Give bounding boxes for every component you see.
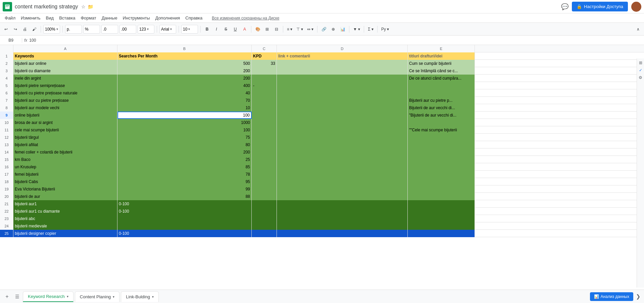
cell-c21[interactable] — [252, 200, 277, 208]
cell-a14[interactable]: femei colier + colantă de bijuterii — [13, 148, 117, 156]
analyze-data-button[interactable]: 📊 Анализ данных — [590, 292, 633, 301]
cell-c10[interactable] — [252, 119, 277, 126]
cell-c18[interactable] — [252, 178, 277, 185]
cell-c9[interactable] — [252, 112, 277, 119]
cell-d25[interactable] — [277, 230, 408, 237]
cell-e22[interactable] — [408, 208, 475, 215]
cell-a18[interactable]: bijuterii Cabs — [13, 178, 117, 185]
font-select[interactable]: Arial ▾ — [159, 25, 176, 34]
cell-a3[interactable]: bijuterii cu diamante — [13, 67, 117, 75]
cell-e1[interactable]: titluri drafturi/idei — [408, 52, 475, 60]
cell-d24[interactable] — [277, 222, 408, 230]
cell-e4[interactable]: De ce atunci când cumpăra... — [408, 75, 475, 82]
cell-b14[interactable]: 200 — [117, 148, 252, 156]
cell-a20[interactable]: bijuterii de aur — [13, 193, 117, 200]
cell-d23[interactable] — [277, 215, 408, 222]
cell-d8[interactable] — [277, 104, 408, 112]
cell-reference[interactable]: B9 — [2, 38, 22, 43]
cell-b16[interactable]: 85 — [117, 163, 252, 171]
cell-c20[interactable] — [252, 193, 277, 200]
cell-b1[interactable]: Searches Per Month — [117, 52, 252, 60]
link-button[interactable]: 🔗 — [320, 25, 328, 34]
col-header-e[interactable]: E — [408, 45, 475, 52]
cell-d17[interactable] — [277, 171, 408, 178]
cell-d11[interactable] — [277, 126, 408, 134]
underline-button[interactable]: U — [231, 25, 239, 34]
chart-button[interactable]: 📊 — [339, 25, 347, 34]
cell-c25[interactable] — [252, 230, 277, 237]
cell-b15[interactable]: 25 — [117, 156, 252, 163]
fill-color-button[interactable]: 🎨 — [254, 25, 262, 34]
cell-e3[interactable]: Ce se întâmplă când se c... — [408, 67, 475, 75]
cell-d15[interactable] — [277, 156, 408, 163]
cell-c11[interactable] — [252, 126, 277, 134]
cell-b10[interactable]: 1000 — [117, 119, 252, 126]
cell-b6[interactable]: 40 — [117, 89, 252, 97]
cell-b24[interactable] — [117, 222, 252, 230]
tab-content-planing[interactable]: Content Planing ▾ — [75, 291, 120, 302]
cell-c6[interactable] — [252, 89, 277, 97]
cell-b22[interactable]: 0-100 — [117, 208, 252, 215]
cell-b17[interactable]: 78 — [117, 171, 252, 178]
cell-e12[interactable] — [408, 134, 475, 141]
cell-c1[interactable]: KPD — [252, 52, 277, 60]
text-color-button[interactable]: A — [241, 25, 249, 34]
cell-a16[interactable]: un Krusulep — [13, 163, 117, 171]
formula-input[interactable] — [29, 38, 642, 43]
cell-b11[interactable]: 100 — [117, 126, 252, 134]
cell-d5[interactable] — [277, 82, 408, 89]
cell-e24[interactable] — [408, 222, 475, 230]
align-h-button[interactable]: ≡ ▾ — [286, 25, 294, 34]
cell-d10[interactable] — [277, 119, 408, 126]
cell-c3[interactable] — [252, 67, 277, 75]
tab-keyword-research-dropdown[interactable]: ▾ — [67, 295, 68, 298]
cell-a7[interactable]: bijuterii aur cu pietre prețioase — [13, 97, 117, 104]
cell-c7[interactable] — [252, 97, 277, 104]
cell-d1[interactable]: link + comentarii — [277, 52, 408, 60]
sheet-menu-button[interactable]: ☰ — [13, 292, 21, 301]
comment-icon[interactable]: 💬 — [561, 3, 568, 10]
tab-keyword-research[interactable]: Keyword Research ▾ — [23, 291, 73, 302]
tab-link-bulding[interactable]: Link-Bulding ▾ — [121, 291, 159, 302]
cell-e21[interactable] — [408, 200, 475, 208]
cell-b3[interactable]: 200 — [117, 67, 252, 75]
cell-a1[interactable]: Keywords — [13, 52, 117, 60]
cell-a17[interactable]: femei bijuterii — [13, 171, 117, 178]
menu-edit[interactable]: Изменить — [18, 13, 43, 23]
cell-d6[interactable] — [277, 89, 408, 97]
col-header-b[interactable]: B — [117, 45, 252, 52]
cell-c23[interactable] — [252, 215, 277, 222]
tab-link-bulding-dropdown[interactable]: ▾ — [152, 295, 154, 299]
cell-d14[interactable] — [277, 148, 408, 156]
cell-c22[interactable] — [252, 208, 277, 215]
borders-button[interactable]: ⊞ — [263, 25, 271, 34]
cell-d22[interactable] — [277, 208, 408, 215]
cell-a13[interactable]: bijuterii afiliat — [13, 141, 117, 148]
cell-a25[interactable]: bijuterii designer copier — [13, 230, 117, 237]
cell-e10[interactable] — [408, 119, 475, 126]
cell-c17[interactable] — [252, 171, 277, 178]
sum-button[interactable]: Σ ▾ — [366, 25, 375, 34]
cell-b4[interactable]: 200 — [117, 75, 252, 82]
cell-b21[interactable]: 0-100 — [117, 200, 252, 208]
cell-c16[interactable] — [252, 163, 277, 171]
cell-a2[interactable]: bijuterii aur online — [13, 60, 117, 67]
cell-e17[interactable] — [408, 171, 475, 178]
tab-content-planing-dropdown[interactable]: ▾ — [113, 295, 114, 299]
menu-data[interactable]: Данные — [99, 13, 120, 23]
cell-c24[interactable] — [252, 222, 277, 230]
menu-addons[interactable]: Дополнения — [153, 13, 183, 23]
cell-d16[interactable] — [277, 163, 408, 171]
cell-a12[interactable]: bijuterii târgul — [13, 134, 117, 141]
format-type-select[interactable]: р. — [65, 25, 82, 34]
cell-a6[interactable]: bijuterii cu pietre prețioase naturale — [13, 89, 117, 97]
cell-c2[interactable]: 33 — [252, 60, 277, 67]
cell-b2[interactable]: 500 — [117, 60, 252, 67]
menu-view[interactable]: Вид — [43, 13, 57, 23]
decimal1-select[interactable]: .0 — [101, 25, 118, 34]
insert-comment-button[interactable]: ⊕ — [329, 25, 337, 34]
cell-d13[interactable] — [277, 141, 408, 148]
cell-d19[interactable] — [277, 185, 408, 193]
cell-e7[interactable]: Bijuterii aur cu pietre p... — [408, 97, 475, 104]
cell-c14[interactable] — [252, 148, 277, 156]
